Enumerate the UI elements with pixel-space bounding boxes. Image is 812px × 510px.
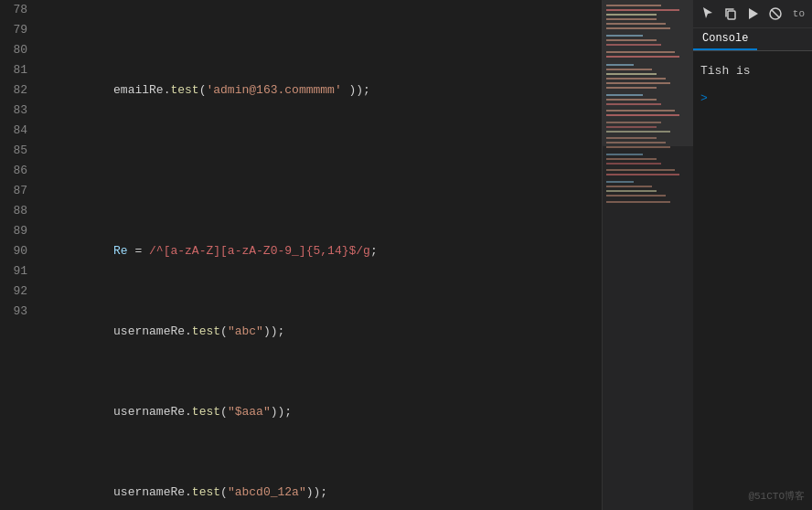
console-tab[interactable]: Console xyxy=(693,28,757,50)
line-num-82: 82 xyxy=(7,80,27,101)
svg-rect-39 xyxy=(603,0,693,146)
editor-area: 78 79 80 81 82 83 84 85 86 87 88 89 90 9… xyxy=(0,0,602,510)
code-line-78: emailRe.test('admin@163.commmmm' )); xyxy=(38,60,602,80)
toolbar-text: to xyxy=(793,8,805,19)
line-num-86: 86 xyxy=(7,161,27,181)
panel-tabs: Console xyxy=(693,28,812,51)
svg-rect-40 xyxy=(728,11,735,19)
line-num-87: 87 xyxy=(7,181,27,201)
svg-rect-31 xyxy=(606,163,661,165)
line-num-93: 93 xyxy=(7,302,27,322)
svg-rect-30 xyxy=(606,158,657,160)
code-line-82: usernameRe.test("$aaa")); xyxy=(38,382,602,402)
svg-rect-33 xyxy=(606,174,679,175)
line-num-83: 83 xyxy=(7,101,27,121)
svg-rect-35 xyxy=(606,186,652,187)
console-prompt[interactable]: > xyxy=(700,91,805,105)
right-panel-wrapper: to Console Tish is > @51CTO博客 xyxy=(693,0,812,510)
line-numbers: 78 79 80 81 82 83 84 85 86 87 88 89 90 9… xyxy=(0,0,38,510)
svg-rect-34 xyxy=(606,181,634,183)
line-num-88: 88 xyxy=(7,201,27,221)
svg-rect-36 xyxy=(606,190,657,192)
svg-rect-32 xyxy=(606,169,675,171)
code-container: 78 79 80 81 82 83 84 85 86 87 88 89 90 9… xyxy=(0,0,602,510)
console-area[interactable]: Tish is > xyxy=(693,51,812,510)
line-num-92: 92 xyxy=(7,282,27,302)
line-num-78: 78 xyxy=(7,0,27,20)
code-line-81: usernameRe.test("abc")); xyxy=(38,302,602,322)
code-line-83: usernameRe.test("abcd0_12a")); xyxy=(38,462,602,483)
play-icon[interactable] xyxy=(745,5,761,22)
minimap[interactable] xyxy=(602,0,693,510)
code-line-79 xyxy=(38,141,602,161)
line-num-85: 85 xyxy=(7,141,27,161)
code-content[interactable]: emailRe.test('admin@163.commmmm' )); Re … xyxy=(38,0,602,510)
line-num-81: 81 xyxy=(7,60,27,80)
panel-toolbar: to xyxy=(693,0,812,28)
code-line-80: Re = /^[a-zA-Z][a-zA-Z0-9_]{5,14}$/g; xyxy=(38,221,602,241)
minimap-svg xyxy=(603,0,693,510)
line-num-79: 79 xyxy=(7,20,27,40)
svg-rect-37 xyxy=(606,195,666,197)
line-num-80: 80 xyxy=(7,40,27,60)
svg-line-43 xyxy=(772,10,780,18)
prompt-symbol: > xyxy=(700,91,708,105)
svg-rect-38 xyxy=(606,201,670,203)
line-num-91: 91 xyxy=(7,261,27,282)
console-output: Tish is xyxy=(700,58,805,84)
svg-rect-28 xyxy=(606,146,670,148)
svg-marker-41 xyxy=(749,8,758,19)
svg-rect-29 xyxy=(606,154,643,155)
copy-icon[interactable] xyxy=(723,5,739,22)
line-num-84: 84 xyxy=(7,121,27,141)
cursor-icon[interactable] xyxy=(700,5,716,22)
block-icon[interactable] xyxy=(768,5,784,22)
line-num-90: 90 xyxy=(7,241,27,261)
line-num-89: 89 xyxy=(7,221,27,241)
watermark: @51CTO博客 xyxy=(748,489,805,503)
